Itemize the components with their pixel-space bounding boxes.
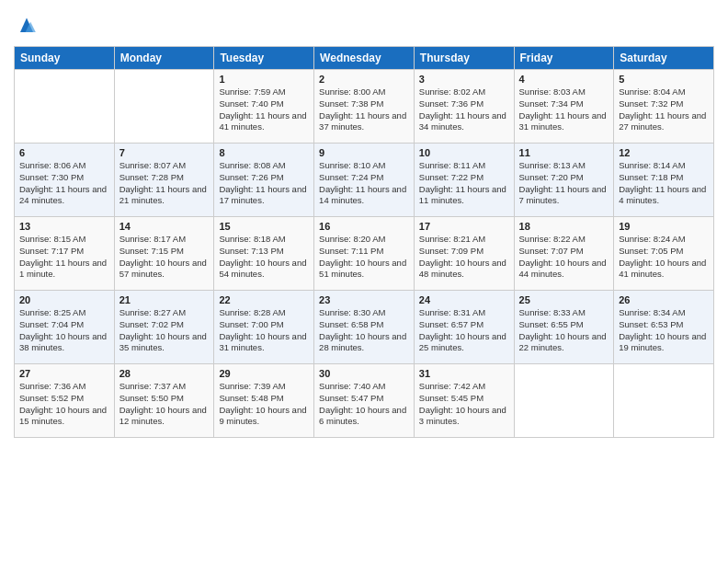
cell-text: Sunrise: 8:21 AM <box>419 234 509 246</box>
cell-text: Sunset: 5:52 PM <box>19 393 109 405</box>
cell-text: Daylight: 10 hours and 54 minutes. <box>219 258 309 282</box>
cell-text: Daylight: 11 hours and 1 minute. <box>19 258 109 282</box>
cell-text: Sunrise: 8:17 AM <box>119 234 210 246</box>
cell-text: Daylight: 11 hours and 41 minutes. <box>219 110 309 134</box>
cell-text: Daylight: 10 hours and 41 minutes. <box>619 258 709 282</box>
cell-text: Daylight: 10 hours and 35 minutes. <box>119 331 210 355</box>
day-number: 14 <box>119 221 210 232</box>
cell-text: Daylight: 11 hours and 4 minutes. <box>619 184 709 208</box>
calendar-cell: 23Sunrise: 8:30 AMSunset: 6:58 PMDayligh… <box>314 291 415 364</box>
cell-text: Sunrise: 8:08 AM <box>219 160 309 172</box>
cell-text: Sunrise: 8:10 AM <box>319 160 409 172</box>
cell-text: Sunrise: 8:28 AM <box>219 307 309 319</box>
day-number: 3 <box>419 74 509 85</box>
header-row: SundayMondayTuesdayWednesdayThursdayFrid… <box>15 47 714 70</box>
calendar-cell: 24Sunrise: 8:31 AMSunset: 6:57 PMDayligh… <box>414 291 514 364</box>
cell-text: Sunset: 7:30 PM <box>19 172 109 184</box>
day-header-friday: Friday <box>514 47 614 70</box>
calendar-cell <box>114 70 214 144</box>
cell-text: Sunset: 6:58 PM <box>319 319 409 331</box>
cell-text: Sunrise: 8:14 AM <box>619 160 709 172</box>
day-number: 23 <box>319 294 409 305</box>
day-number: 15 <box>219 221 309 232</box>
cell-text: Daylight: 10 hours and 31 minutes. <box>219 331 309 355</box>
page: SundayMondayTuesdayWednesdayThursdayFrid… <box>0 0 728 563</box>
cell-text: Sunset: 7:17 PM <box>19 246 109 258</box>
cell-text: Sunrise: 8:31 AM <box>419 307 509 319</box>
day-number: 5 <box>619 74 709 85</box>
day-number: 17 <box>419 221 509 232</box>
cell-text: Daylight: 11 hours and 17 minutes. <box>219 184 309 208</box>
cell-text: Sunset: 7:13 PM <box>219 246 309 258</box>
logo <box>14 13 41 39</box>
calendar-cell: 8Sunrise: 8:08 AMSunset: 7:26 PMDaylight… <box>214 144 314 217</box>
day-number: 11 <box>519 147 609 158</box>
calendar-cell: 12Sunrise: 8:14 AMSunset: 7:18 PMDayligh… <box>614 144 714 217</box>
cell-text: Daylight: 11 hours and 27 minutes. <box>619 110 709 134</box>
calendar-cell: 30Sunrise: 7:40 AMSunset: 5:47 PMDayligh… <box>314 364 415 438</box>
calendar-cell <box>514 364 614 438</box>
calendar-cell: 18Sunrise: 8:22 AMSunset: 7:07 PMDayligh… <box>514 217 614 291</box>
cell-text: Daylight: 11 hours and 21 minutes. <box>119 184 210 208</box>
calendar-cell: 22Sunrise: 8:28 AMSunset: 7:00 PMDayligh… <box>214 291 314 364</box>
cell-text: Sunset: 7:04 PM <box>19 319 109 331</box>
cell-text: Daylight: 11 hours and 7 minutes. <box>519 184 609 208</box>
calendar-cell: 5Sunrise: 8:04 AMSunset: 7:32 PMDaylight… <box>614 70 714 144</box>
day-number: 2 <box>319 74 409 85</box>
cell-text: Sunset: 5:48 PM <box>219 393 309 405</box>
cell-text: Sunrise: 7:39 AM <box>219 381 309 393</box>
calendar-cell: 16Sunrise: 8:20 AMSunset: 7:11 PMDayligh… <box>314 217 415 291</box>
day-header-monday: Monday <box>114 47 214 70</box>
cell-text: Daylight: 10 hours and 28 minutes. <box>319 331 409 355</box>
cell-text: Daylight: 10 hours and 9 minutes. <box>219 405 309 429</box>
cell-text: Sunrise: 8:13 AM <box>519 160 609 172</box>
cell-text: Sunrise: 7:36 AM <box>19 381 109 393</box>
day-number: 21 <box>119 294 210 305</box>
day-number: 25 <box>519 294 609 305</box>
day-number: 19 <box>619 221 709 232</box>
calendar-cell: 1Sunrise: 7:59 AMSunset: 7:40 PMDaylight… <box>214 70 314 144</box>
logo-icon <box>14 13 40 39</box>
day-number: 30 <box>319 368 409 379</box>
cell-text: Sunrise: 8:06 AM <box>19 160 109 172</box>
cell-text: Sunset: 7:24 PM <box>319 172 409 184</box>
calendar-cell: 28Sunrise: 7:37 AMSunset: 5:50 PMDayligh… <box>114 364 214 438</box>
week-row-4: 20Sunrise: 8:25 AMSunset: 7:04 PMDayligh… <box>15 291 714 364</box>
cell-text: Daylight: 10 hours and 48 minutes. <box>419 258 509 282</box>
cell-text: Sunrise: 7:42 AM <box>419 381 509 393</box>
day-number: 16 <box>319 221 409 232</box>
cell-text: Sunset: 7:18 PM <box>619 172 709 184</box>
cell-text: Sunrise: 8:25 AM <box>19 307 109 319</box>
cell-text: Sunset: 7:05 PM <box>619 246 709 258</box>
cell-text: Sunrise: 7:59 AM <box>219 86 309 98</box>
cell-text: Sunrise: 8:34 AM <box>619 307 709 319</box>
cell-text: Sunset: 7:11 PM <box>319 246 409 258</box>
day-number: 1 <box>219 74 309 85</box>
week-row-5: 27Sunrise: 7:36 AMSunset: 5:52 PMDayligh… <box>15 364 714 438</box>
day-number: 27 <box>19 368 109 379</box>
day-number: 12 <box>619 147 709 158</box>
day-number: 13 <box>19 221 109 232</box>
day-number: 28 <box>119 368 210 379</box>
cell-text: Sunrise: 8:22 AM <box>519 234 609 246</box>
cell-text: Daylight: 11 hours and 34 minutes. <box>419 110 509 134</box>
cell-text: Sunrise: 8:03 AM <box>519 86 609 98</box>
calendar-cell: 20Sunrise: 8:25 AMSunset: 7:04 PMDayligh… <box>15 291 115 364</box>
week-row-3: 13Sunrise: 8:15 AMSunset: 7:17 PMDayligh… <box>15 217 714 291</box>
cell-text: Sunrise: 8:27 AM <box>119 307 210 319</box>
cell-text: Sunset: 7:32 PM <box>619 98 709 110</box>
day-number: 26 <box>619 294 709 305</box>
cell-text: Sunset: 6:55 PM <box>519 319 609 331</box>
day-number: 22 <box>219 294 309 305</box>
calendar-cell: 19Sunrise: 8:24 AMSunset: 7:05 PMDayligh… <box>614 217 714 291</box>
cell-text: Sunset: 7:36 PM <box>419 98 509 110</box>
day-number: 29 <box>219 368 309 379</box>
calendar-cell: 9Sunrise: 8:10 AMSunset: 7:24 PMDaylight… <box>314 144 415 217</box>
cell-text: Daylight: 10 hours and 38 minutes. <box>19 331 109 355</box>
cell-text: Sunset: 7:38 PM <box>319 98 409 110</box>
calendar-cell: 26Sunrise: 8:34 AMSunset: 6:53 PMDayligh… <box>614 291 714 364</box>
calendar-cell: 10Sunrise: 8:11 AMSunset: 7:22 PMDayligh… <box>414 144 514 217</box>
calendar-cell <box>614 364 714 438</box>
cell-text: Sunset: 6:57 PM <box>419 319 509 331</box>
cell-text: Daylight: 10 hours and 44 minutes. <box>519 258 609 282</box>
